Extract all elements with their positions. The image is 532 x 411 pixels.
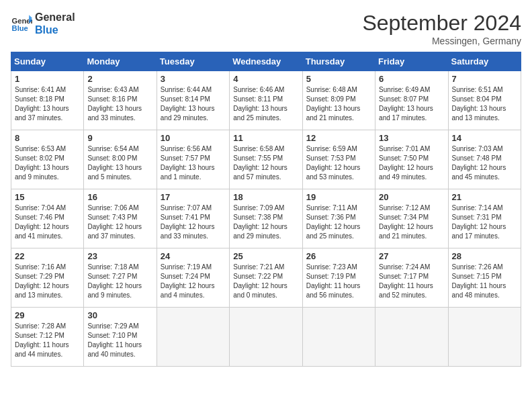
calendar-day-cell: 10 Sunrise: 6:56 AMSunset: 7:57 PMDaylig… <box>157 130 229 189</box>
calendar-day-cell: 9 Sunrise: 6:54 AMSunset: 8:00 PMDayligh… <box>84 130 157 189</box>
day-info: Sunrise: 7:04 AMSunset: 7:46 PMDaylight:… <box>15 203 80 241</box>
day-info: Sunrise: 7:01 AMSunset: 7:50 PMDaylight:… <box>379 144 444 182</box>
col-wednesday: Wednesday <box>230 52 302 71</box>
day-number: 2 <box>87 74 152 84</box>
calendar-day-cell: 1 Sunrise: 6:41 AMSunset: 8:18 PMDayligh… <box>11 71 84 130</box>
day-number: 24 <box>161 251 226 261</box>
calendar-day-cell: 24 Sunrise: 7:19 AMSunset: 7:24 PMDaylig… <box>157 248 229 308</box>
day-number: 13 <box>379 133 444 143</box>
day-info: Sunrise: 7:14 AMSunset: 7:31 PMDaylight:… <box>452 203 517 241</box>
day-info: Sunrise: 6:51 AMSunset: 8:04 PMDaylight:… <box>452 85 517 123</box>
day-number: 22 <box>15 251 80 261</box>
day-info: Sunrise: 7:21 AMSunset: 7:22 PMDaylight:… <box>233 263 298 300</box>
day-info: Sunrise: 7:23 AMSunset: 7:19 PMDaylight:… <box>306 263 371 300</box>
calendar-day-cell: 7 Sunrise: 6:51 AMSunset: 8:04 PMDayligh… <box>448 71 521 130</box>
logo-line2: Blue <box>35 24 75 36</box>
day-number: 25 <box>233 251 298 261</box>
calendar-day-cell: 5 Sunrise: 6:48 AMSunset: 8:09 PMDayligh… <box>302 71 375 130</box>
day-info: Sunrise: 7:16 AMSunset: 7:29 PMDaylight:… <box>15 263 80 300</box>
day-info: Sunrise: 6:58 AMSunset: 7:55 PMDaylight:… <box>233 144 298 182</box>
day-info: Sunrise: 7:07 AMSunset: 7:41 PMDaylight:… <box>161 203 226 241</box>
empty-cell <box>157 308 229 367</box>
empty-cell <box>302 308 375 367</box>
day-info: Sunrise: 7:03 AMSunset: 7:48 PMDaylight:… <box>452 144 517 182</box>
day-number: 17 <box>161 192 226 202</box>
empty-cell <box>448 308 521 367</box>
month-title: September 2024 <box>362 11 521 36</box>
day-info: Sunrise: 6:46 AMSunset: 8:11 PMDaylight:… <box>233 85 298 123</box>
day-number: 26 <box>306 251 371 261</box>
day-number: 19 <box>306 192 371 202</box>
day-info: Sunrise: 6:53 AMSunset: 8:02 PMDaylight:… <box>15 144 80 182</box>
logo-line1: General <box>35 11 75 24</box>
empty-cell <box>375 308 448 367</box>
calendar-day-cell: 4 Sunrise: 6:46 AMSunset: 8:11 PMDayligh… <box>230 71 302 130</box>
calendar-day-cell: 20 Sunrise: 7:12 AMSunset: 7:34 PMDaylig… <box>375 189 448 248</box>
day-info: Sunrise: 7:24 AMSunset: 7:17 PMDaylight:… <box>379 263 444 300</box>
day-number: 4 <box>233 74 298 84</box>
col-saturday: Saturday <box>448 52 521 71</box>
day-info: Sunrise: 7:09 AMSunset: 7:38 PMDaylight:… <box>233 203 298 241</box>
day-number: 15 <box>15 192 80 202</box>
day-info: Sunrise: 7:29 AMSunset: 7:10 PMDaylight:… <box>87 322 152 359</box>
header-row: Sunday Monday Tuesday Wednesday Thursday… <box>11 52 521 71</box>
calendar-week-row: 29 Sunrise: 7:28 AMSunset: 7:12 PMDaylig… <box>11 308 521 367</box>
day-number: 7 <box>452 74 517 84</box>
logo-icon: General Blue <box>11 13 32 34</box>
day-number: 8 <box>15 133 80 143</box>
calendar-day-cell: 12 Sunrise: 6:59 AMSunset: 7:53 PMDaylig… <box>302 130 375 189</box>
calendar-day-cell: 15 Sunrise: 7:04 AMSunset: 7:46 PMDaylig… <box>11 189 84 248</box>
day-info: Sunrise: 7:28 AMSunset: 7:12 PMDaylight:… <box>15 322 80 359</box>
location: Messingen, Germany <box>362 36 521 46</box>
day-number: 9 <box>87 133 152 143</box>
calendar-day-cell: 25 Sunrise: 7:21 AMSunset: 7:22 PMDaylig… <box>230 248 302 308</box>
calendar-day-cell: 29 Sunrise: 7:28 AMSunset: 7:12 PMDaylig… <box>11 308 84 367</box>
day-number: 30 <box>87 310 152 320</box>
calendar-day-cell: 21 Sunrise: 7:14 AMSunset: 7:31 PMDaylig… <box>448 189 521 248</box>
day-number: 29 <box>15 310 80 320</box>
calendar-day-cell: 6 Sunrise: 6:49 AMSunset: 8:07 PMDayligh… <box>375 71 448 130</box>
calendar-day-cell: 30 Sunrise: 7:29 AMSunset: 7:10 PMDaylig… <box>84 308 157 367</box>
calendar-day-cell: 18 Sunrise: 7:09 AMSunset: 7:38 PMDaylig… <box>230 189 302 248</box>
calendar-day-cell: 23 Sunrise: 7:18 AMSunset: 7:27 PMDaylig… <box>84 248 157 308</box>
day-info: Sunrise: 6:44 AMSunset: 8:14 PMDaylight:… <box>161 85 226 123</box>
calendar-table: Sunday Monday Tuesday Wednesday Thursday… <box>11 52 521 367</box>
day-info: Sunrise: 6:48 AMSunset: 8:09 PMDaylight:… <box>306 85 371 123</box>
day-number: 20 <box>379 192 444 202</box>
col-thursday: Thursday <box>302 52 375 71</box>
day-number: 14 <box>452 133 517 143</box>
day-number: 23 <box>87 251 152 261</box>
calendar-day-cell: 3 Sunrise: 6:44 AMSunset: 8:14 PMDayligh… <box>157 71 229 130</box>
day-number: 5 <box>306 74 371 84</box>
day-number: 28 <box>452 251 517 261</box>
day-number: 1 <box>15 74 80 84</box>
day-number: 6 <box>379 74 444 84</box>
calendar-week-row: 15 Sunrise: 7:04 AMSunset: 7:46 PMDaylig… <box>11 189 521 248</box>
calendar-day-cell: 2 Sunrise: 6:43 AMSunset: 8:16 PMDayligh… <box>84 71 157 130</box>
day-number: 21 <box>452 192 517 202</box>
calendar-day-cell: 11 Sunrise: 6:58 AMSunset: 7:55 PMDaylig… <box>230 130 302 189</box>
day-info: Sunrise: 7:06 AMSunset: 7:43 PMDaylight:… <box>87 203 152 241</box>
day-info: Sunrise: 6:43 AMSunset: 8:16 PMDaylight:… <box>87 85 152 123</box>
day-number: 10 <box>161 133 226 143</box>
day-info: Sunrise: 7:19 AMSunset: 7:24 PMDaylight:… <box>161 263 226 300</box>
day-info: Sunrise: 6:59 AMSunset: 7:53 PMDaylight:… <box>306 144 371 182</box>
page-header: General Blue General Blue September 2024… <box>11 11 521 46</box>
svg-text:Blue: Blue <box>12 24 28 32</box>
calendar-day-cell: 8 Sunrise: 6:53 AMSunset: 8:02 PMDayligh… <box>11 130 84 189</box>
calendar-day-cell: 28 Sunrise: 7:26 AMSunset: 7:15 PMDaylig… <box>448 248 521 308</box>
day-number: 11 <box>233 133 298 143</box>
calendar-week-row: 1 Sunrise: 6:41 AMSunset: 8:18 PMDayligh… <box>11 71 521 130</box>
day-info: Sunrise: 6:54 AMSunset: 8:00 PMDaylight:… <box>87 144 152 182</box>
day-number: 12 <box>306 133 371 143</box>
day-info: Sunrise: 7:11 AMSunset: 7:36 PMDaylight:… <box>306 203 371 241</box>
day-info: Sunrise: 6:41 AMSunset: 8:18 PMDaylight:… <box>15 85 80 123</box>
day-info: Sunrise: 7:26 AMSunset: 7:15 PMDaylight:… <box>452 263 517 300</box>
col-monday: Monday <box>84 52 157 71</box>
calendar-day-cell: 16 Sunrise: 7:06 AMSunset: 7:43 PMDaylig… <box>84 189 157 248</box>
col-tuesday: Tuesday <box>157 52 229 71</box>
calendar-day-cell: 17 Sunrise: 7:07 AMSunset: 7:41 PMDaylig… <box>157 189 229 248</box>
day-number: 3 <box>161 74 226 84</box>
calendar-week-row: 8 Sunrise: 6:53 AMSunset: 8:02 PMDayligh… <box>11 130 521 189</box>
col-friday: Friday <box>375 52 448 71</box>
